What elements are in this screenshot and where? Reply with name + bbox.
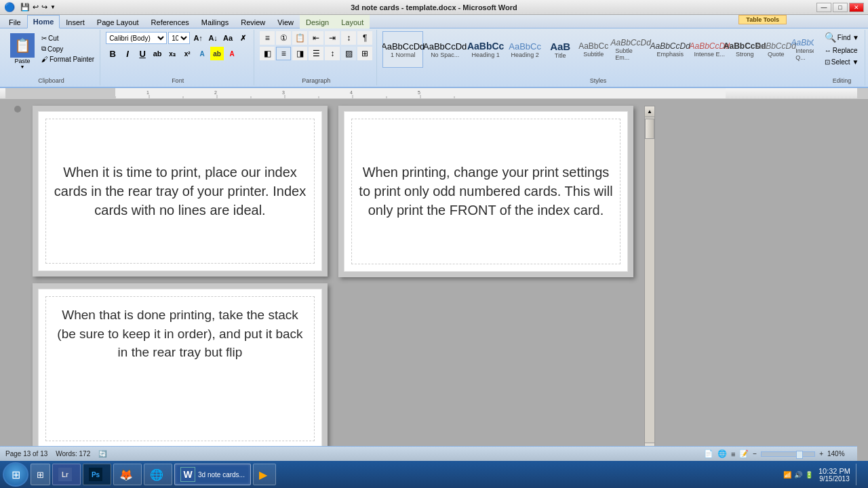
zoom-out-button[interactable]: − — [753, 450, 757, 458]
maximize-button[interactable]: □ — [833, 3, 848, 12]
left-margin-bar — [14, 106, 22, 454]
card-bottom-left[interactable]: When that is done printing, take the sta… — [38, 289, 322, 449]
battery-icon[interactable]: 🔋 — [805, 471, 813, 479]
subscript-button[interactable]: x₂ — [165, 47, 179, 60]
taskbar-app-word[interactable]: W 3d note cards... — [174, 464, 251, 485]
tab-view[interactable]: View — [271, 15, 300, 28]
card-top-right[interactable]: When printing, change your print setting… — [344, 111, 628, 272]
style-intense-q[interactable]: AaBbCcDd Intense Q... — [792, 31, 814, 68]
tab-layout[interactable]: Layout — [335, 15, 370, 28]
font-size-select[interactable]: 10 11 12 — [168, 32, 190, 44]
style-normal[interactable]: AaBbCcDd 1 Normal — [382, 31, 423, 68]
minimize-button[interactable]: — — [816, 3, 831, 12]
style-quote[interactable]: AaBbCcDd Quote — [761, 31, 791, 68]
format-painter-button[interactable]: 🖌 Format Painter — [40, 55, 96, 64]
line-spacing-button[interactable]: ↕ — [325, 47, 340, 60]
style-intense-e[interactable]: AaBbCcDd Intense E... — [690, 31, 728, 68]
vertical-scrollbar[interactable]: ▲ ▼ — [644, 106, 655, 454]
highlight-button[interactable]: ab — [210, 47, 224, 60]
zoom-slider-thumb[interactable] — [796, 451, 803, 459]
grow-font-button[interactable]: A↑ — [191, 31, 205, 45]
find-button[interactable]: 🔍 Find ▼ — [823, 31, 861, 43]
align-right-button[interactable]: ◨ — [292, 47, 307, 60]
ruler-track[interactable]: 1 2 3 4 5 — [115, 88, 857, 99]
bullets-button[interactable]: ≡ — [260, 31, 275, 45]
close-button[interactable]: ✕ — [849, 3, 864, 12]
page-status[interactable]: Page 13 of 13 — [5, 450, 47, 458]
taskbar-app-windows[interactable]: ⊞ — [31, 464, 50, 485]
show-marks-button[interactable]: ¶ — [357, 31, 372, 45]
text-effects-button[interactable]: A — [195, 47, 209, 60]
window-controls: — □ ✕ — [816, 3, 864, 12]
scroll-thumb[interactable] — [645, 119, 654, 139]
zoom-level[interactable]: 140% — [827, 450, 852, 458]
status-bar: Page 13 of 13 Words: 172 🔄 📄 🌐 ≡ 📝 − + 1… — [0, 446, 857, 461]
font-color-button[interactable]: A — [225, 47, 239, 60]
taskbar-app-photoshop[interactable]: Ps — [83, 464, 111, 485]
align-center-button[interactable]: ≡ — [276, 47, 291, 60]
replace-button[interactable]: ↔ Replace — [823, 46, 859, 55]
change-case-button[interactable]: Aa — [221, 31, 235, 45]
paste-button[interactable]: 📋 Paste ▼ — [7, 31, 38, 71]
style-no-space[interactable]: AaBbCcDd No Spac... — [425, 31, 465, 68]
save-icon[interactable]: 💾 — [20, 3, 30, 12]
view-print-icon[interactable]: 📄 — [704, 449, 713, 458]
start-button[interactable]: ⊞ — [3, 462, 28, 487]
view-draft-icon[interactable]: 📝 — [739, 449, 749, 458]
track-changes-icon[interactable]: 🔄 — [98, 450, 106, 458]
font-name-select[interactable]: Calibri (Body) — [106, 32, 167, 44]
tab-mailings[interactable]: Mailings — [195, 15, 235, 28]
decrease-indent-button[interactable]: ⇤ — [309, 31, 323, 45]
multilevel-list-button[interactable]: 📋 — [292, 31, 307, 45]
zoom-slider[interactable] — [761, 451, 815, 457]
italic-button[interactable]: I — [121, 47, 134, 60]
card-top-left[interactable]: When it is time to print, place our inde… — [38, 111, 322, 271]
tab-insert[interactable]: Insert — [60, 15, 91, 28]
show-desktop-button[interactable] — [856, 464, 860, 485]
style-title[interactable]: AaB Title — [545, 31, 575, 68]
view-outline-icon[interactable]: ≡ — [731, 450, 735, 458]
sort-button[interactable]: ↕ — [341, 31, 356, 45]
copy-button[interactable]: ⧉ Copy — [40, 44, 96, 54]
strikethrough-button[interactable]: ab — [151, 47, 164, 60]
style-heading1[interactable]: AaBbCc Heading 1 — [467, 31, 505, 68]
network-icon[interactable]: 📶 — [783, 471, 791, 479]
select-icon: ⊡ — [825, 58, 830, 66]
increase-indent-button[interactable]: ⇥ — [325, 31, 340, 45]
align-left-button[interactable]: ◧ — [260, 47, 275, 60]
scroll-up-button[interactable]: ▲ — [645, 106, 654, 117]
clock[interactable]: 10:32 PM 9/15/2013 — [818, 467, 850, 483]
borders-button[interactable]: ⊞ — [357, 47, 372, 60]
tab-file[interactable]: File — [3, 15, 27, 28]
underline-button[interactable]: U — [136, 47, 149, 60]
numbering-button[interactable]: ① — [276, 31, 291, 45]
dropdown-icon[interactable]: ▼ — [50, 4, 56, 10]
clear-format-button[interactable]: ✗ — [236, 31, 250, 45]
cut-button[interactable]: ✂ Cut — [40, 34, 96, 43]
taskbar-app-lightroom[interactable]: Lr — [52, 464, 81, 485]
style-subtitle[interactable]: AaBbCc Subtitle — [576, 31, 610, 68]
taskbar-app-chrome[interactable]: 🌐 — [144, 464, 172, 485]
taskbar-app-vlc[interactable]: ▶ — [253, 464, 276, 485]
volume-icon[interactable]: 🔊 — [794, 471, 802, 479]
select-button[interactable]: ⊡ Select ▼ — [823, 58, 860, 66]
undo-icon[interactable]: ↩ — [33, 3, 39, 12]
tab-review[interactable]: Review — [235, 15, 271, 28]
style-heading2[interactable]: AaBbCc Heading 2 — [506, 31, 544, 68]
style-emphasis[interactable]: AaBbCcDd Emphasis — [651, 31, 689, 68]
tab-references[interactable]: References — [145, 15, 195, 28]
zoom-in-button[interactable]: + — [819, 450, 823, 458]
word-count-status[interactable]: Words: 172 — [56, 450, 90, 458]
shading-button[interactable]: ▨ — [341, 47, 356, 60]
tab-design[interactable]: Design — [300, 15, 335, 28]
taskbar-app-firefox[interactable]: 🦊 — [113, 464, 142, 485]
view-web-icon[interactable]: 🌐 — [717, 449, 727, 458]
justify-button[interactable]: ☰ — [309, 47, 323, 60]
redo-icon[interactable]: ↪ — [41, 3, 47, 12]
bold-button[interactable]: B — [106, 47, 119, 60]
tab-home[interactable]: Home — [27, 15, 60, 28]
style-subtle-emphasis[interactable]: AaBbCcDd Subtle Em... — [612, 31, 650, 68]
superscript-button[interactable]: x² — [180, 47, 194, 60]
shrink-font-button[interactable]: A↓ — [206, 31, 220, 45]
tab-page-layout[interactable]: Page Layout — [91, 15, 145, 28]
